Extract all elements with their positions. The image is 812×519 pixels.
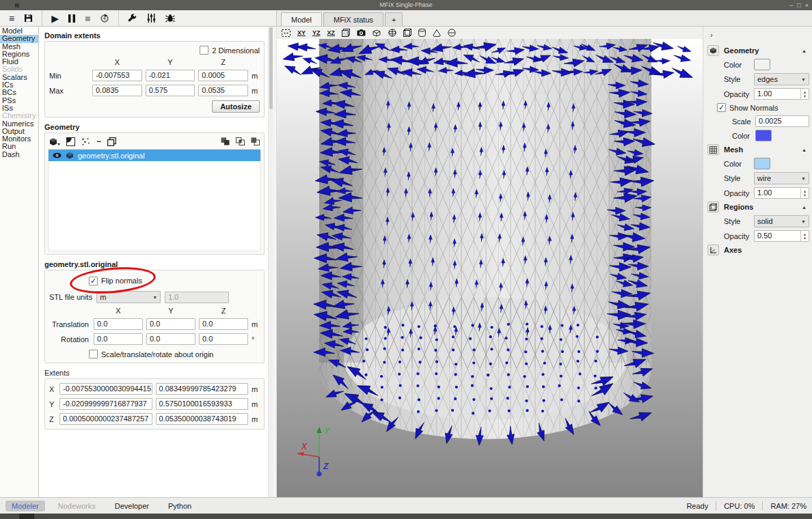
tab-model[interactable]: Model: [281, 12, 322, 26]
left-panel: Domain extents 2 Dimensional X Y Z Min -…: [39, 27, 273, 497]
about-origin-checkbox[interactable]: [89, 350, 98, 359]
copy-geometry-icon[interactable]: [107, 137, 116, 146]
extents-y-min-field[interactable]: -0.020999999716877937: [59, 398, 152, 410]
window-titlebar[interactable]: MFiX Single-Phase – □ ×: [0, 0, 812, 10]
stop-icon[interactable]: ■: [85, 14, 90, 23]
regions-style-select[interactable]: solid▼: [754, 215, 809, 227]
sliders-icon[interactable]: [147, 14, 156, 23]
maximize-button[interactable]: □: [797, 2, 800, 9]
save-icon[interactable]: [24, 14, 33, 23]
main-toolbar: ≡ ▶ ■: [0, 10, 277, 26]
translation-x-field[interactable]: 0.0: [94, 318, 143, 330]
regions-visibility-icon[interactable]: [418, 29, 426, 37]
translation-z-field[interactable]: 0.0: [199, 318, 248, 330]
mesh-opacity-label: Opacity: [724, 189, 754, 197]
regions-opacity-label: Opacity: [724, 232, 754, 240]
mode-developer[interactable]: Developer: [109, 501, 155, 511]
geometry-visibility-icon[interactable]: [373, 29, 381, 37]
reset-view-icon[interactable]: [282, 29, 290, 37]
tab-mfix-status[interactable]: MFiX status: [323, 12, 383, 26]
clip-icon[interactable]: [448, 29, 456, 37]
rotation-x-field[interactable]: 0.0: [94, 333, 143, 345]
mesh-opacity-spinner[interactable]: 1.00▲▼: [754, 187, 809, 199]
max-y-field[interactable]: 0.575: [146, 85, 195, 96]
geometry-opacity-spinner[interactable]: 1.00▲▼: [754, 88, 809, 100]
translation-unit: m: [252, 320, 260, 328]
nav-item-dash[interactable]: Dash: [0, 151, 38, 158]
min-z-field[interactable]: 0.0005: [198, 70, 248, 81]
menu-icon[interactable]: ≡: [9, 14, 14, 23]
extents-x-min-field[interactable]: -0.0075530000030994415: [59, 383, 152, 395]
perspective-icon[interactable]: [342, 29, 350, 37]
rotate-sphere-icon[interactable]: [388, 29, 396, 37]
mesh-color-label: Color: [724, 160, 754, 168]
normals-color-swatch[interactable]: [755, 130, 772, 141]
rotation-y-field[interactable]: 0.0: [146, 333, 195, 345]
right-panel-collapse-button[interactable]: ›: [707, 29, 809, 43]
rotation-z-field[interactable]: 0.0: [199, 333, 248, 345]
add-tab-button[interactable]: +: [385, 12, 403, 26]
geometry-tree-row[interactable]: geometry.stl.original: [49, 150, 260, 161]
autosize-button[interactable]: Autosize: [212, 100, 260, 113]
mesh-style-select[interactable]: wire▼: [754, 172, 809, 184]
bug-icon[interactable]: [165, 14, 175, 23]
close-button[interactable]: ×: [805, 2, 809, 9]
view-xy-icon[interactable]: XY: [297, 29, 306, 36]
nav-item-bcs[interactable]: BCs: [0, 89, 38, 96]
implicit-geometry-icon[interactable]: [66, 137, 75, 146]
minimize-button[interactable]: –: [789, 2, 793, 9]
two-dimensional-checkbox[interactable]: [200, 46, 208, 55]
add-geometry-icon[interactable]: [49, 137, 60, 146]
extents-z-min-field[interactable]: 0.0005000000237487257: [59, 413, 152, 425]
collapse-caret-icon[interactable]: ▲: [802, 205, 809, 210]
normals-scale-field[interactable]: 0.0025: [755, 115, 809, 127]
max-x-field[interactable]: 0.0835: [92, 85, 142, 96]
extents-x-max-field[interactable]: 0.08349999785423279: [156, 383, 249, 395]
reset-icon[interactable]: [100, 14, 109, 23]
visibility-eye-icon[interactable]: [53, 152, 62, 158]
union-icon[interactable]: [221, 137, 230, 145]
show-normals-checkbox[interactable]: ✓: [717, 103, 726, 112]
axis-header-x: X: [92, 58, 142, 66]
extents-y-unit: m: [252, 400, 260, 408]
view-xz-icon[interactable]: XZ: [327, 29, 336, 36]
nav-item-geometry[interactable]: Geometry: [0, 35, 38, 42]
geometry-style-select[interactable]: edges▼: [754, 73, 809, 85]
left-panel-scrollbar[interactable]: [268, 27, 273, 497]
regions-opacity-spinner[interactable]: 0.50▲▼: [754, 230, 809, 242]
wrench-icon[interactable]: [128, 14, 137, 23]
camera-icon[interactable]: [357, 29, 366, 36]
geometry-color-swatch[interactable]: [754, 59, 770, 70]
mode-python[interactable]: Python: [162, 501, 198, 511]
flip-normals-checkbox[interactable]: ✓: [89, 277, 98, 285]
min-x-field[interactable]: -0.007553: [92, 70, 142, 81]
mode-nodeworks[interactable]: Nodeworks: [52, 501, 102, 511]
collapse-caret-icon[interactable]: ▲: [802, 48, 809, 53]
mesh-color-swatch[interactable]: [754, 158, 770, 169]
translation-y-field[interactable]: 0.0: [146, 318, 195, 330]
extents-y-max-field[interactable]: 0.5750100016593933: [156, 398, 249, 410]
mode-modeler[interactable]: Modeler: [5, 501, 45, 511]
geometry-opacity-label: Opacity: [724, 90, 754, 98]
max-z-field[interactable]: 0.0535: [198, 85, 248, 96]
procedural-geometry-icon[interactable]: [81, 137, 90, 146]
view-yz-icon[interactable]: YZ: [312, 29, 321, 36]
remove-geometry-icon[interactable]: −: [96, 137, 101, 146]
collapse-caret-icon[interactable]: ▲: [802, 148, 809, 152]
min-y-field[interactable]: -0.021: [146, 70, 195, 81]
normals-cone-icon[interactable]: [433, 29, 441, 37]
extents-title: Extents: [44, 369, 265, 377]
intersection-icon[interactable]: [236, 137, 245, 145]
stl-units-select[interactable]: m▼: [96, 291, 161, 303]
geometry-tree[interactable]: geometry.stl.original: [48, 149, 261, 251]
extents-z-max-field[interactable]: 0.05350000038743019: [156, 413, 249, 425]
stl-units-scale-field: 1.0: [165, 292, 229, 303]
viewport-3d[interactable]: X Y Z: [277, 39, 703, 497]
axis-header-z: Z: [198, 58, 248, 66]
stl-geometry-icon: [66, 152, 74, 159]
extents-z-label: Z: [49, 415, 56, 423]
mesh-visibility-icon[interactable]: [403, 29, 411, 37]
run-icon[interactable]: ▶: [51, 14, 59, 23]
difference-icon[interactable]: [251, 137, 260, 145]
pause-icon[interactable]: [68, 14, 75, 23]
